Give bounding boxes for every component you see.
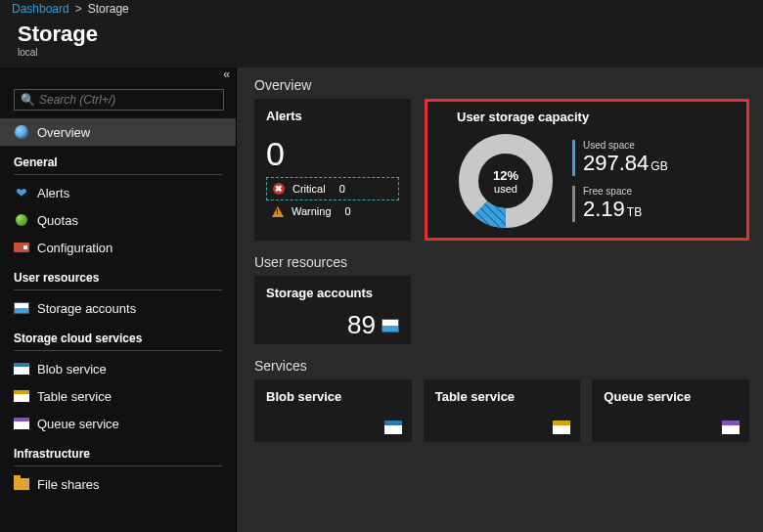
used-space-stat: Used space 297.84GB xyxy=(572,140,668,176)
divider xyxy=(14,350,222,351)
search-input[interactable] xyxy=(39,93,217,107)
capacity-donut: 12% used xyxy=(457,132,555,230)
capacity-title: User storage capacity xyxy=(457,110,727,124)
divider xyxy=(14,174,222,175)
chevron-left-icon: « xyxy=(223,67,226,81)
critical-label: Critical xyxy=(292,183,326,195)
capacity-percent: 12% xyxy=(493,168,518,183)
queue-icon xyxy=(14,416,29,431)
table-icon xyxy=(553,421,570,434)
capacity-tile[interactable]: User storage capacity xyxy=(425,99,749,241)
free-space-label: Free space xyxy=(583,186,668,197)
sidebar-item-queue-service[interactable]: Queue service xyxy=(0,410,236,437)
sidebar-section-cloud-services: Storage cloud services xyxy=(0,322,236,347)
sidebar-item-label: Queue service xyxy=(37,417,119,431)
storage-accounts-value: 89 xyxy=(347,310,376,340)
sidebar-item-label: Overview xyxy=(37,125,90,140)
sidebar-item-alerts[interactable]: ❤ Alerts xyxy=(0,179,236,206)
folder-icon xyxy=(14,476,29,492)
heart-icon: ❤ xyxy=(14,185,29,200)
search-input-wrapper[interactable]: 🔍 xyxy=(14,89,224,111)
free-space-unit: TB xyxy=(627,205,642,219)
alerts-total: 0 xyxy=(266,135,399,173)
warning-count: 0 xyxy=(345,205,351,217)
warning-label: Warning xyxy=(292,205,332,217)
blob-icon xyxy=(14,361,29,377)
table-service-tile[interactable]: Table service xyxy=(424,379,581,442)
sidebar-collapse[interactable]: « xyxy=(0,67,236,85)
alerts-title: Alerts xyxy=(266,109,399,123)
sidebar-item-label: Storage accounts xyxy=(37,301,136,316)
quota-icon xyxy=(14,212,29,228)
page-subtitle: local xyxy=(18,47,751,58)
sidebar-section-user-resources: User resources xyxy=(0,261,236,287)
storage-accounts-label: Storage accounts xyxy=(266,286,399,300)
sidebar-item-configuration[interactable]: Configuration xyxy=(0,234,236,261)
breadcrumb-current: Storage xyxy=(88,2,129,16)
used-space-unit: GB xyxy=(651,159,667,173)
critical-row[interactable]: ✖ Critical 0 xyxy=(266,177,399,200)
warning-row[interactable]: Warning 0 xyxy=(266,200,399,222)
sidebar-item-label: Blob service xyxy=(37,362,107,377)
page-title: Storage xyxy=(18,22,751,47)
storage-icon xyxy=(382,319,399,332)
sidebar-item-overview[interactable]: Overview xyxy=(0,118,236,146)
free-space-value: 2.19 xyxy=(583,197,625,221)
blob-service-tile[interactable]: Blob service xyxy=(254,379,412,442)
sidebar-item-label: File shares xyxy=(37,477,100,492)
used-space-label: Used space xyxy=(583,140,668,151)
overview-heading: Overview xyxy=(254,77,749,93)
queue-service-tile[interactable]: Queue service xyxy=(592,379,749,442)
sidebar-item-storage-accounts[interactable]: Storage accounts xyxy=(0,294,236,322)
alerts-tile[interactable]: Alerts 0 ✖ Critical 0 Warning 0 xyxy=(254,99,411,241)
sidebar-item-label: Table service xyxy=(37,389,112,404)
title-bar: Storage local xyxy=(0,18,763,67)
services-heading: Services xyxy=(254,358,749,374)
breadcrumb-root[interactable]: Dashboard xyxy=(12,2,69,16)
sidebar-item-quotas[interactable]: Quotas xyxy=(0,206,236,234)
free-space-stat: Free space 2.19TB xyxy=(572,186,668,222)
sidebar: « 🔍 Overview General ❤ Alerts Quotas Con… xyxy=(0,67,237,532)
sidebar-item-file-shares[interactable]: File shares xyxy=(0,470,236,498)
globe-icon xyxy=(14,124,29,140)
sidebar-section-general: General xyxy=(0,146,236,171)
table-service-label: Table service xyxy=(435,389,569,404)
sidebar-item-label: Configuration xyxy=(37,241,112,255)
sidebar-item-label: Alerts xyxy=(37,186,69,200)
queue-service-label: Queue service xyxy=(604,389,738,404)
search-icon: 🔍 xyxy=(21,93,35,107)
critical-count: 0 xyxy=(339,183,345,195)
breadcrumb-separator: > xyxy=(75,2,82,16)
user-resources-heading: User resources xyxy=(254,254,749,270)
queue-icon xyxy=(722,421,740,434)
breadcrumb: Dashboard > Storage xyxy=(0,0,763,18)
warning-icon xyxy=(272,206,284,217)
storage-accounts-tile[interactable]: Storage accounts 89 xyxy=(254,276,411,344)
storage-icon xyxy=(14,300,29,316)
used-space-value: 297.84 xyxy=(583,151,649,175)
table-icon xyxy=(14,388,29,404)
main-content: Overview Alerts 0 ✖ Critical 0 Warning 0 xyxy=(237,67,763,532)
sidebar-item-label: Quotas xyxy=(37,213,78,228)
sidebar-section-infrastructure: Infrastructure xyxy=(0,437,236,463)
capacity-percent-suffix: used xyxy=(494,183,517,195)
sidebar-item-blob-service[interactable]: Blob service xyxy=(0,355,236,382)
critical-icon: ✖ xyxy=(273,183,285,195)
config-icon xyxy=(14,240,29,255)
blob-icon xyxy=(384,421,402,434)
divider xyxy=(14,466,222,466)
blob-service-label: Blob service xyxy=(266,389,400,404)
sidebar-item-table-service[interactable]: Table service xyxy=(0,382,236,410)
divider xyxy=(14,289,222,290)
